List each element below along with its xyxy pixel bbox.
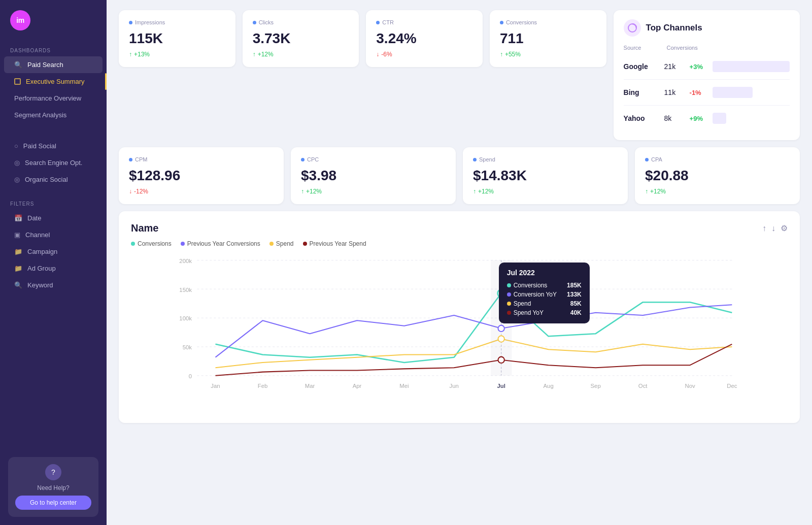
channels-header: Top Channels xyxy=(624,19,790,37)
sidebar-item-performance-overview[interactable]: Performance Overview xyxy=(4,90,103,107)
col-conversions-header: Conversions xyxy=(667,45,695,51)
chart-settings-btn[interactable]: ⚙ xyxy=(781,223,788,233)
sidebar-item-paid-social[interactable]: ○ Paid Social xyxy=(4,138,103,154)
channel-icon: ▣ xyxy=(14,231,20,239)
legend-conversions: Conversions xyxy=(131,240,172,247)
sidebar-filter-campaign[interactable]: 📁 Campaign xyxy=(4,243,103,260)
sidebar-item-label: Organic Social xyxy=(25,176,68,183)
down-arrow-icon: ↓ xyxy=(376,51,379,58)
need-help-box: ? Need Help? Go to help center xyxy=(8,457,98,517)
metric-change-conversions: ↑ +55% xyxy=(500,51,596,58)
legend-dot-prev-spend xyxy=(303,242,307,246)
channels-icon xyxy=(624,19,641,37)
metric-value-ctr: 3.24% xyxy=(376,30,472,47)
sidebar-filter-adgroup[interactable]: 📁 Ad Group xyxy=(4,260,103,277)
sidebar-item-organic-social[interactable]: ◎ Organic Social xyxy=(4,171,103,188)
svg-text:Apr: Apr xyxy=(353,383,362,389)
legend-dot-conversions xyxy=(131,242,135,246)
sidebar-item-label: Executive Summary xyxy=(26,78,85,85)
tooltip-row-conversions: Conversions 185K xyxy=(507,281,582,290)
bing-bar xyxy=(713,87,753,98)
chart-legend: Conversions Previous Year Conversions Sp… xyxy=(131,240,788,247)
up-arrow-icon: ↑ xyxy=(301,188,304,195)
sidebar-filter-keyword[interactable]: 🔍 Keyword xyxy=(4,277,103,293)
metric-card-cpa: CPA $20.88 ↑ +12% xyxy=(635,147,800,204)
legend-prev-spend: Previous Year Spend xyxy=(303,240,366,247)
spend-dot xyxy=(473,158,477,161)
filter-label: Ad Group xyxy=(27,265,56,272)
chart-upload-btn[interactable]: ↑ xyxy=(762,224,766,233)
metric-card-clicks: Clicks 3.73K ↑ +12% xyxy=(243,10,359,67)
clicks-dot xyxy=(253,21,256,24)
sidebar: im DASHBOARDS 🔍 Paid Search Executive Su… xyxy=(0,0,107,525)
tooltip-dot-conversions xyxy=(507,283,511,287)
chart-header: Name ↑ ↓ ⚙ xyxy=(131,222,788,234)
tooltip-row-conv-yoy: Conversion YoY 133K xyxy=(507,290,582,299)
metric-change-ctr: ↓ -6% xyxy=(376,51,472,58)
svg-text:Mei: Mei xyxy=(399,383,409,389)
yahoo-bar xyxy=(713,113,726,124)
filter-label: Channel xyxy=(25,231,50,239)
sidebar-item-segment-analysis[interactable]: Segment Analysis xyxy=(4,107,103,123)
legend-prev-conversions: Previous Year Conversions xyxy=(181,240,260,247)
metric-change-clicks: ↑ +12% xyxy=(253,51,349,58)
sidebar-item-executive-summary[interactable]: Executive Summary xyxy=(4,73,103,90)
metric-label-conversions: Conversions xyxy=(500,19,596,25)
impressions-dot xyxy=(129,21,132,24)
channel-row-bing: Bing 11k -1% xyxy=(624,80,790,106)
metric-card-cpc: CPC $3.98 ↑ +12% xyxy=(291,147,456,204)
legend-dot-prev-conversions xyxy=(181,242,185,246)
metrics-bottom-row: CPM $128.96 ↓ -12% CPC $3.98 ↑ +12% xyxy=(119,147,800,204)
metric-card-ctr: CTR 3.24% ↓ -6% xyxy=(366,10,483,67)
ctr-dot xyxy=(376,21,380,24)
adgroup-icon: 📁 xyxy=(14,265,22,272)
main-content: Impressions 115K ↑ +13% Clicks 3.73K ↑ +… xyxy=(107,0,812,525)
dashboards-section-label: DASHBOARDS xyxy=(0,43,107,56)
up-arrow-icon: ↑ xyxy=(129,51,132,58)
cpa-dot xyxy=(645,158,649,161)
metric-card-cpm: CPM $128.96 ↓ -12% xyxy=(119,147,284,204)
up-arrow-icon: ↑ xyxy=(645,188,648,195)
tooltip-dot-conv-yoy xyxy=(507,292,511,297)
metric-value-clicks: 3.73K xyxy=(253,30,349,47)
chart-tooltip: Jul 2022 Conversions 185K Conversion YoY xyxy=(499,262,590,323)
metric-change-spend: ↑ +12% xyxy=(473,188,618,195)
metric-value-cpm: $128.96 xyxy=(129,168,274,184)
legend-dot-spend xyxy=(269,242,274,246)
up-arrow-icon: ↑ xyxy=(500,51,503,58)
google-bar xyxy=(713,61,790,72)
svg-text:Aug: Aug xyxy=(544,383,554,389)
tooltip-date: Jul 2022 xyxy=(507,269,582,277)
up-arrow-icon: ↑ xyxy=(473,188,476,195)
paid-social-icon: ○ xyxy=(14,142,18,150)
date-icon: 📅 xyxy=(14,214,22,222)
metric-change-impressions: ↑ +13% xyxy=(129,51,225,58)
svg-text:100k: 100k xyxy=(179,315,192,321)
organic-social-icon: ◎ xyxy=(14,176,20,183)
tooltip-dot-spend-yoy xyxy=(507,311,511,315)
metric-card-impressions: Impressions 115K ↑ +13% xyxy=(119,10,235,67)
sidebar-item-seo[interactable]: ◎ Search Engine Opt. xyxy=(4,154,103,171)
svg-text:Nov: Nov xyxy=(685,383,696,389)
svg-text:200k: 200k xyxy=(179,258,192,264)
jul-spend-dot xyxy=(498,336,504,342)
sidebar-item-label: Performance Overview xyxy=(14,94,81,102)
svg-text:Oct: Oct xyxy=(638,383,648,389)
legend-spend: Spend xyxy=(269,240,294,247)
channel-row-google: Google 21k +3% xyxy=(624,54,790,80)
sidebar-filter-date[interactable]: 📅 Date xyxy=(4,210,103,226)
sidebar-item-label: Paid Search xyxy=(27,61,63,69)
up-arrow-icon: ↑ xyxy=(253,51,256,58)
executive-icon xyxy=(14,78,21,85)
sidebar-item-paid-search[interactable]: 🔍 Paid Search xyxy=(4,56,103,73)
tooltip-content: Jul 2022 Conversions 185K Conversion YoY xyxy=(499,262,590,323)
help-center-button[interactable]: Go to help center xyxy=(15,496,91,510)
cpc-dot xyxy=(301,158,304,161)
chart-download-btn[interactable]: ↓ xyxy=(771,224,775,233)
sidebar-logo: im xyxy=(0,0,107,43)
sidebar-bottom: ? Need Help? Go to help center xyxy=(0,449,107,525)
app-logo: im xyxy=(10,10,30,30)
filter-label: Campaign xyxy=(27,248,57,255)
sidebar-filter-channel[interactable]: ▣ Channel xyxy=(4,226,103,243)
chart-container: .grid-line{stroke:#e8e8f0;stroke-width:1… xyxy=(131,252,788,412)
